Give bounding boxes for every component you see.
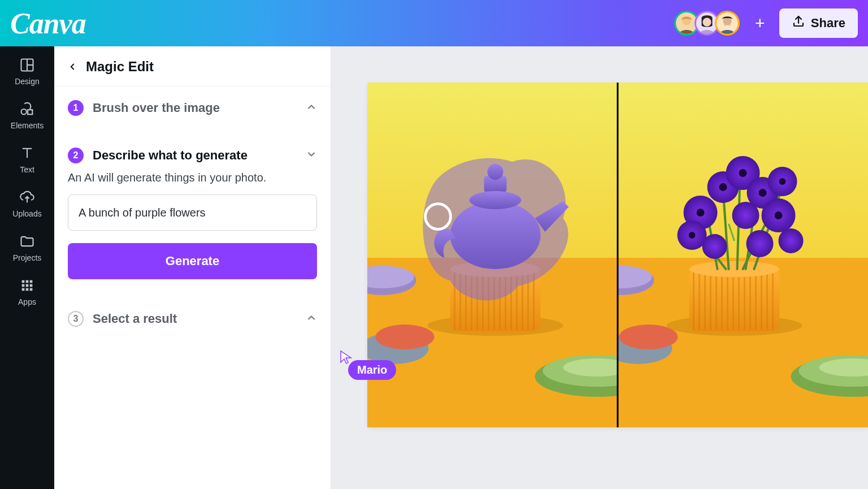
- app-logo[interactable]: Canva: [10, 7, 86, 40]
- avatar[interactable]: [715, 11, 740, 36]
- svg-point-9: [21, 109, 26, 114]
- canvas-image-left[interactable]: [367, 83, 618, 427]
- left-nav: Design Elements Text Uploads Projects: [0, 46, 54, 489]
- elements-icon: [19, 101, 36, 118]
- svg-point-46: [470, 191, 522, 209]
- step-brush[interactable]: 1 Brush over the image: [68, 100, 317, 116]
- nav-item-uploads[interactable]: Uploads: [12, 189, 41, 218]
- nav-item-label: Elements: [11, 121, 44, 130]
- step-title: Select a result: [93, 311, 177, 326]
- svg-point-98: [759, 189, 767, 197]
- panel-title: Magic Edit: [86, 59, 154, 75]
- compare-divider[interactable]: [617, 83, 619, 427]
- svg-point-94: [779, 228, 804, 253]
- svg-point-100: [779, 178, 786, 185]
- svg-point-43: [450, 201, 541, 269]
- topbar-right: + Share: [679, 8, 858, 38]
- svg-rect-15: [26, 280, 29, 283]
- svg-point-92: [702, 234, 727, 259]
- svg-point-93: [747, 230, 774, 257]
- svg-point-45: [488, 164, 504, 180]
- nav-item-elements[interactable]: Elements: [11, 101, 44, 130]
- svg-point-73: [689, 261, 780, 277]
- svg-rect-19: [30, 284, 33, 287]
- svg-rect-20: [22, 288, 25, 291]
- text-icon: [19, 145, 36, 162]
- svg-point-96: [719, 183, 727, 191]
- nav-item-label: Apps: [18, 297, 36, 306]
- step-describe[interactable]: 2 Describe what to generate: [68, 148, 317, 163]
- svg-point-99: [775, 211, 783, 219]
- svg-point-101: [689, 232, 696, 239]
- canvas-area[interactable]: [331, 46, 868, 489]
- add-collaborator-button[interactable]: +: [748, 11, 772, 36]
- upload-icon: [792, 15, 805, 32]
- describe-help-text: An AI will generate things in your photo…: [68, 171, 317, 184]
- generate-button[interactable]: Generate: [68, 243, 317, 279]
- step-badge: 1: [68, 100, 84, 116]
- step-select-result[interactable]: 3 Select a result: [68, 311, 317, 327]
- nav-item-projects[interactable]: Projects: [13, 233, 42, 262]
- step-title: Describe what to generate: [93, 148, 248, 163]
- svg-rect-22: [30, 288, 33, 291]
- describe-input[interactable]: [68, 194, 317, 231]
- chevron-down-icon: [306, 149, 317, 162]
- nav-item-label: Uploads: [12, 209, 41, 218]
- design-icon: [19, 57, 36, 73]
- svg-rect-18: [26, 284, 29, 287]
- design-canvas[interactable]: [367, 83, 868, 427]
- svg-point-95: [697, 209, 705, 217]
- top-bar: Canva + Share: [0, 0, 868, 46]
- canvas-image-right[interactable]: [618, 83, 868, 427]
- panel-header: Magic Edit: [54, 46, 331, 86]
- apps-icon: [19, 277, 36, 294]
- back-button[interactable]: [67, 61, 78, 72]
- nav-item-text[interactable]: Text: [19, 145, 36, 174]
- svg-rect-10: [28, 110, 32, 114]
- svg-point-91: [732, 202, 760, 229]
- svg-rect-16: [30, 280, 33, 283]
- brush-cursor-ring: [424, 202, 452, 231]
- step-title: Brush over the image: [93, 101, 220, 115]
- share-button[interactable]: Share: [779, 8, 858, 38]
- svg-rect-17: [22, 284, 25, 287]
- step-badge: 3: [68, 311, 84, 327]
- nav-item-design[interactable]: Design: [15, 57, 40, 86]
- uploads-icon: [19, 189, 36, 206]
- nav-item-apps[interactable]: Apps: [18, 277, 36, 306]
- remote-cursor-label: Mario: [348, 360, 396, 380]
- share-button-label: Share: [811, 16, 845, 31]
- chevron-up-icon: [306, 312, 317, 326]
- step-badge: 2: [68, 148, 84, 163]
- projects-icon: [19, 233, 36, 250]
- svg-rect-14: [22, 280, 25, 283]
- collaborator-avatars: [679, 11, 740, 36]
- panel-body: 1 Brush over the image 2 Describe what t…: [54, 86, 331, 340]
- svg-point-50: [376, 324, 435, 349]
- chevron-up-icon: [306, 101, 317, 115]
- nav-item-label: Text: [20, 165, 34, 174]
- nav-item-label: Projects: [13, 253, 42, 262]
- svg-rect-21: [26, 288, 29, 291]
- svg-point-3: [702, 18, 711, 27]
- svg-point-97: [739, 169, 747, 177]
- magic-edit-panel: Magic Edit 1 Brush over the image 2 Desc…: [54, 46, 331, 489]
- nav-item-label: Design: [15, 77, 40, 86]
- main: Design Elements Text Uploads Projects: [0, 46, 868, 489]
- svg-rect-57: [689, 269, 780, 331]
- svg-point-105: [619, 324, 678, 349]
